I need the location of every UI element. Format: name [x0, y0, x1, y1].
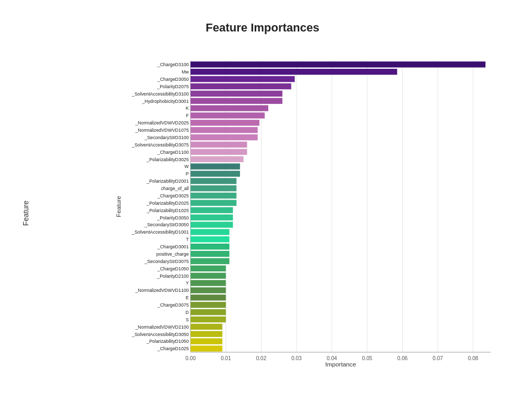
- svg-text:_SecondaryStrD3075: _SecondaryStrD3075: [144, 259, 188, 264]
- svg-rect-22: [191, 69, 397, 75]
- svg-text:charge_of_all: charge_of_all: [161, 186, 189, 191]
- svg-text:_ChargeD1050: _ChargeD1050: [157, 266, 189, 271]
- svg-text:_ChargeD1100: _ChargeD1100: [157, 150, 189, 155]
- chart-title: Feature Importances: [21, 21, 504, 35]
- svg-text:W: W: [184, 164, 189, 169]
- svg-rect-40: [191, 134, 258, 140]
- svg-text:_PolarizabilityD2025: _PolarizabilityD2025: [146, 201, 188, 206]
- svg-rect-52: [191, 178, 236, 184]
- svg-text:Feature: Feature: [116, 196, 122, 217]
- svg-text:positive_charge: positive_charge: [156, 251, 189, 257]
- svg-rect-58: [191, 200, 236, 206]
- svg-rect-86: [191, 302, 226, 308]
- svg-text:0.06: 0.06: [397, 355, 408, 361]
- svg-text:_PolarityD2100: _PolarityD2100: [156, 274, 188, 279]
- svg-rect-56: [191, 193, 236, 198]
- svg-rect-66: [191, 229, 229, 235]
- svg-text:_PolarizabilityD2001: _PolarizabilityD2001: [146, 178, 188, 184]
- svg-text:0.08: 0.08: [468, 355, 478, 361]
- svg-rect-90: [191, 317, 226, 322]
- svg-rect-96: [191, 338, 223, 344]
- svg-text:0.02: 0.02: [256, 355, 267, 361]
- svg-rect-30: [191, 98, 282, 104]
- svg-rect-88: [191, 309, 226, 315]
- svg-text:0.07: 0.07: [433, 355, 443, 361]
- svg-rect-92: [191, 324, 223, 330]
- svg-text:_SolventAccessibilityD3050: _SolventAccessibilityD3050: [131, 332, 188, 337]
- svg-text:S: S: [186, 317, 189, 322]
- svg-rect-68: [191, 236, 229, 242]
- svg-text:E: E: [186, 295, 189, 300]
- svg-rect-32: [191, 105, 268, 111]
- svg-rect-26: [191, 83, 291, 89]
- svg-rect-64: [191, 222, 233, 227]
- svg-rect-38: [191, 127, 258, 133]
- svg-rect-98: [191, 345, 223, 351]
- svg-text:_SecondaryStrD3050: _SecondaryStrD3050: [144, 222, 188, 227]
- svg-text:P: P: [186, 171, 189, 176]
- svg-text:_NormalizedVDWVD1100: _NormalizedVDWVD1100: [135, 288, 189, 293]
- svg-text:_SolventAccessibilityD3075: _SolventAccessibilityD3075: [131, 142, 188, 148]
- svg-text:_NormalizedVDWVD2025: _NormalizedVDWVD2025: [135, 120, 189, 125]
- svg-text:_SolventAccessibilityD1001: _SolventAccessibilityD1001: [131, 229, 188, 235]
- svg-text:Mw: Mw: [182, 69, 189, 75]
- svg-text:F: F: [186, 113, 189, 118]
- svg-text:_PolarityD2075: _PolarityD2075: [156, 84, 188, 89]
- svg-rect-82: [191, 287, 226, 293]
- svg-text:0.00: 0.00: [185, 355, 196, 361]
- svg-rect-80: [191, 280, 226, 286]
- svg-text:_ChargeD1025: _ChargeD1025: [157, 346, 189, 351]
- svg-rect-20: [191, 61, 486, 67]
- svg-rect-94: [191, 331, 223, 337]
- svg-rect-60: [191, 207, 233, 213]
- svg-text:_HydrophobicityD3001: _HydrophobicityD3001: [141, 99, 188, 104]
- svg-text:0.03: 0.03: [291, 355, 302, 361]
- svg-rect-46: [191, 156, 244, 162]
- svg-rect-28: [191, 91, 282, 97]
- svg-rect-70: [191, 244, 229, 249]
- y-axis-label: Feature: [22, 201, 30, 226]
- svg-text:_SolventAccessibilityD3100: _SolventAccessibilityD3100: [131, 91, 188, 97]
- svg-rect-72: [191, 251, 229, 257]
- svg-text:_NormalizedVDWVD2100: _NormalizedVDWVD2100: [135, 324, 189, 330]
- svg-rect-42: [191, 142, 247, 148]
- svg-text:T: T: [186, 237, 189, 242]
- svg-text:_ChargeD3025: _ChargeD3025: [157, 193, 189, 198]
- svg-rect-76: [191, 266, 226, 271]
- svg-text:_PolarizabilityD1050: _PolarizabilityD1050: [146, 339, 188, 344]
- svg-text:_ChargeD3050: _ChargeD3050: [157, 77, 189, 82]
- svg-text:Importance: Importance: [325, 361, 356, 368]
- svg-text:_ChargeD3001: _ChargeD3001: [157, 244, 189, 249]
- svg-text:_PolarityD3050: _PolarityD3050: [156, 215, 188, 220]
- svg-rect-34: [191, 112, 265, 118]
- svg-rect-50: [191, 171, 240, 176]
- svg-text:_ChargeD3075: _ChargeD3075: [157, 302, 189, 308]
- svg-text:K: K: [186, 106, 189, 111]
- svg-rect-36: [191, 120, 259, 125]
- svg-rect-84: [191, 295, 226, 300]
- svg-text:_PolarizabilityD3025: _PolarizabilityD3025: [146, 157, 188, 162]
- svg-rect-78: [191, 273, 226, 279]
- svg-rect-48: [191, 163, 240, 169]
- svg-text:0.05: 0.05: [362, 355, 373, 361]
- svg-text:D: D: [185, 310, 188, 315]
- svg-text:_ChargeD3100: _ChargeD3100: [157, 62, 189, 67]
- chart-container: Feature Importances Feature 0.000.010.02…: [0, 0, 525, 420]
- svg-rect-74: [191, 258, 229, 264]
- svg-rect-62: [191, 215, 233, 220]
- svg-rect-54: [191, 185, 236, 191]
- svg-rect-44: [191, 149, 247, 155]
- svg-text:_SecondaryStrD3100: _SecondaryStrD3100: [144, 135, 188, 140]
- svg-text:_PolarizabilityD1025: _PolarizabilityD1025: [146, 208, 188, 213]
- svg-text:Y: Y: [186, 280, 189, 286]
- svg-text:0.01: 0.01: [220, 355, 231, 361]
- svg-text:_NormalizedVDWVD1075: _NormalizedVDWVD1075: [135, 128, 189, 133]
- svg-rect-24: [191, 76, 295, 82]
